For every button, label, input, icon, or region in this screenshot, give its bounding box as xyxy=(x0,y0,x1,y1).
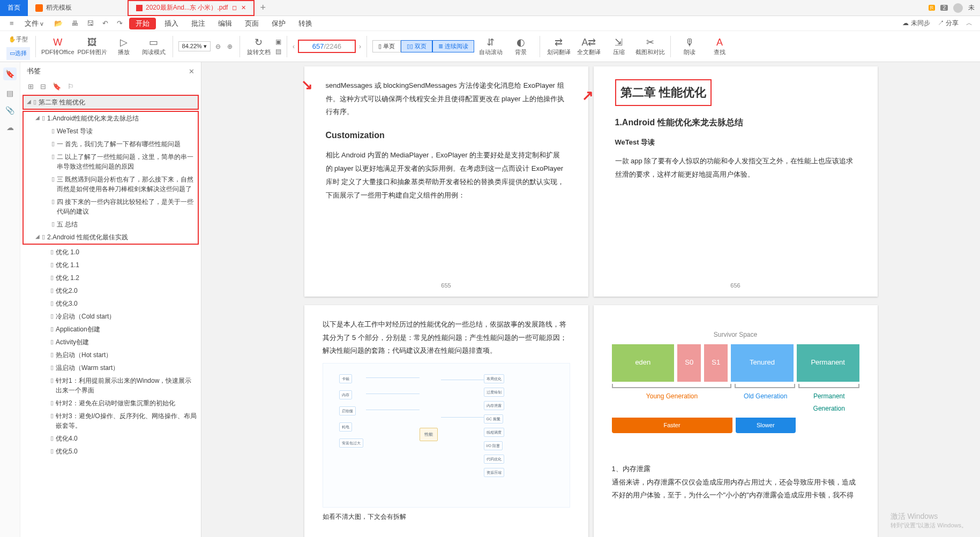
bookmark-item[interactable]: ▯优化 1.1 xyxy=(23,259,199,271)
btn-find[interactable]: A查找 xyxy=(706,32,733,61)
doc-subheading: WeTest 导读 xyxy=(615,136,856,149)
bookmark-item[interactable]: ▯优化5.0 xyxy=(23,445,199,458)
menu-icon[interactable]: ≡ xyxy=(8,19,16,27)
doc-text: 通俗来讲，内存泄露不仅仅会造成应用内存占用过大，还会导致应用卡顿，造成不好的用户… xyxy=(612,476,859,502)
zoom-out-icon[interactable]: ⊖ xyxy=(214,43,222,50)
tab-templates[interactable]: 稻壳模板 xyxy=(28,0,79,16)
view-double[interactable]: ▯▯ 双页 xyxy=(401,40,432,52)
more-icon[interactable]: ︿ xyxy=(966,19,972,28)
redo-icon[interactable]: ↷ xyxy=(115,19,125,27)
zoom-in-icon[interactable]: ⊕ xyxy=(226,43,234,50)
bookmark-item[interactable]: ▯五 总结 xyxy=(24,218,198,231)
btn-pdf-to-image[interactable]: 🖼PDF转图片 xyxy=(78,32,107,61)
share-button[interactable]: ↗ 分享 xyxy=(938,19,959,28)
bookmark-item[interactable]: ▯Application创建 xyxy=(23,323,199,336)
view-continuous[interactable]: ≣ 连续阅读 xyxy=(432,40,474,52)
menu-page[interactable]: 页面 xyxy=(241,18,263,29)
bookmark-icon-2[interactable]: ⚐ xyxy=(68,82,74,90)
btn-full-translate[interactable]: A⇄全文翻译 xyxy=(575,32,602,61)
doc-text: 相比 Android 内置的 MediaPlayer，ExoPlayer 的主要… xyxy=(326,149,567,202)
bookmark-item[interactable]: ▯温启动（Warm start） xyxy=(23,361,199,374)
page-number-input[interactable]: 657/2246 xyxy=(298,40,356,53)
mindmap-diagram: 性能 卡顿 内存 启动慢 耗电 安装包过大 布局优化 过度绘制 内存泄露 GC … xyxy=(323,363,570,508)
menu-protect[interactable]: 保护 xyxy=(267,18,290,29)
btn-pdf-to-office[interactable]: WPDF转Office xyxy=(41,32,74,61)
bookmark-item[interactable]: ▯针对3：避免I/O操作、反序列化、网络操作、布局嵌套等。 xyxy=(23,410,199,432)
view-single[interactable]: ▯ 单页 xyxy=(372,40,401,52)
btn-compress[interactable]: ⇲压缩 xyxy=(605,32,632,61)
btn-background[interactable]: ◐背景 xyxy=(507,32,534,61)
bookmark-item[interactable]: ▯优化3.0 xyxy=(23,297,199,310)
bookmark-item[interactable]: ▯优化2.0 xyxy=(23,284,199,297)
bookmark-item[interactable]: ▯四 接下来的一些内容就比较轻松了，是关于一些代码的建议 xyxy=(24,195,198,218)
thumb-icon-2[interactable]: ▤ xyxy=(275,48,281,55)
bookmark-item[interactable]: ▯热启动（Hot start） xyxy=(23,349,199,361)
menu-start[interactable]: 开始 xyxy=(129,18,156,29)
expand-all-icon[interactable]: ⊞ xyxy=(28,82,34,90)
new-tab-button[interactable]: + xyxy=(255,0,271,16)
btn-rotate[interactable]: ↻旋转文档 xyxy=(245,32,272,61)
print-icon[interactable]: 🖶 xyxy=(69,19,80,27)
page-next-icon[interactable]: › xyxy=(359,43,361,50)
avatar[interactable] xyxy=(953,3,963,13)
notify-badge[interactable]: ⎘ xyxy=(929,5,935,11)
collapse-all-icon[interactable]: ⊟ xyxy=(40,82,46,90)
btn-play[interactable]: ▷播放 xyxy=(110,32,137,61)
tool-select[interactable]: ▭ 选择 xyxy=(6,47,30,60)
bookmark-item[interactable]: ▯Activity创建 xyxy=(23,336,199,349)
popout-icon[interactable]: ◻ xyxy=(232,4,237,11)
close-tab-icon[interactable]: ✕ xyxy=(241,4,246,11)
bookmark-item[interactable]: ▯优化 1.2 xyxy=(23,271,199,284)
bookmark-item[interactable]: ▯一 首先，我们先了解一下都有哪些性能问题 xyxy=(24,138,198,150)
tab-pdf-document[interactable]: 2020最新And...东 小米）.pdf ◻ ✕ xyxy=(128,0,255,16)
generation-diagram: Survivor Space eden S0 S1 Tenured Perman… xyxy=(612,329,859,430)
sync-status[interactable]: ☁ 未同步 xyxy=(902,19,930,28)
bookmark-item[interactable]: ▯优化 1.0 xyxy=(23,246,199,259)
menu-file[interactable]: 文件 v xyxy=(20,18,48,29)
doc-subheading: 1、内存泄露 xyxy=(612,463,859,476)
old-gen-label: Old Generation xyxy=(736,390,796,415)
thumb-icon-1[interactable]: ▣ xyxy=(275,38,281,46)
eden-box: eden xyxy=(612,344,675,382)
tab-templates-label: 稻壳模板 xyxy=(46,3,72,12)
bookmark-item[interactable]: ▯针对2：避免在启动时做密集沉重的初始化 xyxy=(23,397,199,410)
annotation-arrow-icon: ↘ xyxy=(301,72,313,98)
sidebar-title: 书签 xyxy=(27,66,41,76)
tab-home[interactable]: 首页 xyxy=(0,0,28,16)
tool-hand[interactable]: ✋ 手型 xyxy=(6,33,30,46)
bookmark-item[interactable]: ◢▯2.Android 性能优化最佳实践 xyxy=(24,231,198,244)
document-view[interactable]: ↘ sendMessages 或 blockingSendMessages 方法… xyxy=(201,62,980,537)
btn-crop-compare[interactable]: ✂截图和对比 xyxy=(635,32,665,61)
cloud-icon[interactable]: ☁ xyxy=(6,123,14,132)
bookmark-item[interactable]: ◢▯1.Android性能优化来龙去脉总结 xyxy=(24,112,198,125)
save-icon[interactable]: 🖫 xyxy=(85,19,96,27)
bookmark-item[interactable]: ◢▯第二章 性能优化 xyxy=(23,95,199,110)
attachment-icon[interactable]: 📎 xyxy=(5,106,14,115)
add-bookmark-icon[interactable]: 🔖 xyxy=(53,82,61,90)
pdf-page-657: 以下是本人在工作中对经历过的性能优化的一些总结，依据故事的发展路线，将其分为了 … xyxy=(304,305,588,537)
btn-read-mode[interactable]: ▭阅读模式 xyxy=(140,32,167,61)
menu-insert[interactable]: 插入 xyxy=(160,18,183,29)
btn-word-translate[interactable]: ⇄划词翻译 xyxy=(545,32,572,61)
menu-edit[interactable]: 编辑 xyxy=(214,18,236,29)
menu-convert[interactable]: 转换 xyxy=(294,18,317,29)
bookmark-item[interactable]: ▯冷启动（Cold start） xyxy=(23,310,199,323)
thumbnails-icon[interactable]: ▤ xyxy=(6,89,13,97)
close-sidebar-icon[interactable]: ✕ xyxy=(189,67,194,75)
bookmark-item[interactable]: ▯优化4.0 xyxy=(23,432,199,445)
btn-read-aloud[interactable]: 🎙朗读 xyxy=(676,32,703,61)
bookmark-item[interactable]: ▯针对1：利用提前展示出来的Window，快速展示出来一个界面 xyxy=(23,374,199,397)
bookmark-sidebar: 书签 ✕ ⊞ ⊟ 🔖 ⚐ ◢▯第二章 性能优化 ◢▯1.Android性能优化来… xyxy=(20,62,201,537)
doc-text: 一款 app 除了要有令人惊叹的功能和令人发指交互之外，在性能上也应该追求丝滑的… xyxy=(615,155,856,181)
bookmark-item[interactable]: ▯二 以上了解了一些性能问题，这里，简单的串一串导致这些性能问题的原因 xyxy=(24,150,198,173)
menu-annotate[interactable]: 批注 xyxy=(187,18,210,29)
zoom-level[interactable]: 84.22% ▾ xyxy=(178,41,211,51)
menu-bar: ≡ 文件 v 📂 🖶 🖫 ↶ ↷ 开始 插入 批注 编辑 页面 保护 转换 ☁ … xyxy=(0,16,980,31)
page-prev-icon[interactable]: ‹ xyxy=(293,43,295,50)
bookmark-item[interactable]: ▯WeTest 导读 xyxy=(24,125,198,138)
bookmark-item[interactable]: ▯三 既然遇到问题分析也有了，那么接下来，自然而然是如何使用各种刀棒棍剑来解决这… xyxy=(24,173,198,195)
btn-autoscroll[interactable]: ⇵自动滚动 xyxy=(477,32,504,61)
open-icon[interactable]: 📂 xyxy=(52,19,65,27)
undo-icon[interactable]: ↶ xyxy=(100,19,110,27)
bookmark-panel-icon[interactable]: 🔖 xyxy=(3,67,17,80)
